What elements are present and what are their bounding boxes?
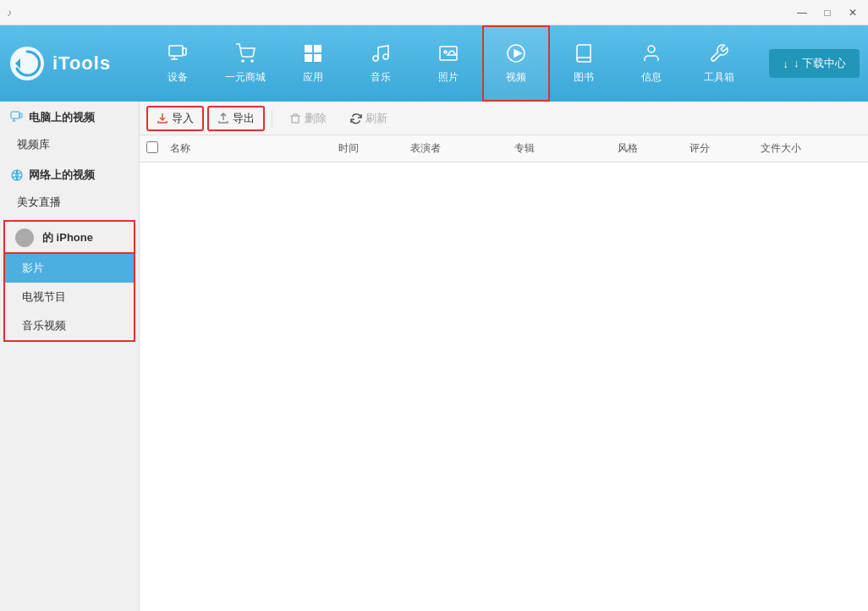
maximize-button[interactable]: □ — [816, 4, 839, 21]
svg-point-18 — [648, 46, 655, 52]
nav-label-apps: 应用 — [303, 70, 323, 85]
tools-icon — [709, 43, 729, 67]
video-icon — [506, 43, 526, 67]
nav-item-apps[interactable]: 应用 — [279, 25, 347, 102]
th-album: 专辑 — [511, 141, 615, 156]
titlebar-note: ♪ — [0, 7, 12, 19]
nav-label-tools: 工具箱 — [704, 70, 734, 85]
svg-rect-11 — [314, 54, 321, 62]
nav-item-tools[interactable]: 工具箱 — [685, 25, 753, 102]
minimize-button[interactable]: — — [790, 4, 814, 21]
sidebar-pc-section: 电脑上的视频 — [0, 102, 139, 130]
info-icon — [641, 43, 662, 67]
export-button[interactable]: 导出 — [207, 106, 265, 131]
nav-label-device: 设备 — [168, 70, 188, 85]
svg-point-6 — [242, 60, 244, 62]
th-rating: 评分 — [686, 141, 758, 156]
svg-rect-19 — [11, 112, 19, 118]
nav-item-device[interactable]: 设备 — [144, 25, 212, 102]
device-icon — [168, 43, 188, 67]
import-button[interactable]: 导入 — [146, 106, 204, 131]
nav-label-shop: 一元商城 — [225, 70, 266, 85]
th-time: 时间 — [335, 141, 407, 156]
separator — [272, 110, 272, 127]
header: iTools 设备 一元商城 应用 音乐 — [0, 25, 868, 102]
device-avatar — [15, 228, 34, 247]
select-all-checkbox[interactable] — [146, 141, 158, 153]
svg-rect-20 — [19, 113, 22, 118]
close-button[interactable]: ✕ — [841, 4, 865, 21]
th-genre: 风格 — [614, 141, 686, 156]
sidebar-item-video-library[interactable]: 视频库 — [0, 130, 139, 159]
svg-rect-3 — [183, 48, 186, 55]
content: 导入 导出 删除 刷新 名称 时间 表演者 专辑 — [140, 102, 868, 611]
photos-icon — [438, 43, 459, 67]
svg-rect-9 — [314, 45, 321, 52]
titlebar: ♪ — □ ✕ — [0, 0, 868, 25]
th-artist: 表演者 — [407, 141, 511, 156]
shop-icon — [235, 43, 255, 67]
nav-item-video[interactable]: 视频 — [482, 25, 550, 102]
logo-text: iTools — [52, 52, 111, 74]
sidebar-device-header: 的 iPhone — [3, 220, 135, 254]
sidebar: 电脑上的视频 视频库 网络上的视频 美女直播 的 iPhone 影片 电视节目 … — [0, 102, 140, 611]
nav-label-info: 信息 — [641, 70, 662, 85]
logo: iTools — [8, 45, 144, 82]
table-body — [140, 162, 868, 611]
pc-section-label: 电脑上的视频 — [29, 110, 95, 125]
pc-icon — [10, 111, 24, 124]
th-name: 名称 — [167, 141, 335, 156]
books-icon — [574, 43, 594, 67]
logo-icon — [8, 45, 46, 82]
nav-item-info[interactable]: 信息 — [618, 25, 685, 102]
apps-icon — [303, 43, 323, 67]
svg-rect-10 — [305, 54, 312, 62]
import-label: 导入 — [172, 111, 194, 126]
th-checkbox[interactable] — [146, 141, 167, 156]
sidebar-device-items: 影片 电视节目 音乐视频 — [3, 254, 135, 342]
nav-items: 设备 一元商城 应用 音乐 照片 — [144, 25, 769, 102]
main: 电脑上的视频 视频库 网络上的视频 美女直播 的 iPhone 影片 电视节目 … — [0, 102, 868, 611]
delete-icon — [289, 113, 301, 124]
nav-item-shop[interactable]: 一元商城 — [212, 25, 279, 102]
nav-item-music[interactable]: 音乐 — [347, 25, 415, 102]
nav-label-music: 音乐 — [371, 70, 391, 85]
sidebar-item-tv[interactable]: 电视节目 — [5, 283, 134, 311]
nav-item-photos[interactable]: 照片 — [415, 25, 482, 102]
nav-label-video: 视频 — [506, 70, 526, 85]
svg-point-15 — [444, 51, 447, 53]
nav-item-books[interactable]: 图书 — [550, 25, 618, 102]
download-button[interactable]: ↓ ↓ 下载中心 — [769, 49, 860, 78]
device-label: 的 iPhone — [42, 230, 93, 245]
sidebar-item-movies[interactable]: 影片 — [5, 254, 134, 283]
import-icon — [157, 113, 168, 124]
titlebar-controls: — □ ✕ — [790, 4, 865, 21]
svg-rect-8 — [305, 45, 312, 52]
music-icon — [371, 43, 391, 67]
table-header: 名称 时间 表演者 专辑 风格 评分 文件大小 — [140, 135, 868, 162]
refresh-label: 刷新 — [365, 111, 387, 126]
svg-point-7 — [251, 60, 253, 62]
svg-point-13 — [383, 54, 388, 59]
export-label: 导出 — [233, 111, 255, 126]
network-icon — [10, 168, 24, 182]
svg-marker-17 — [514, 50, 521, 57]
action-bar: 导入 导出 删除 刷新 — [140, 102, 868, 135]
refresh-icon — [350, 113, 362, 124]
network-section-label: 网络上的视频 — [29, 168, 95, 183]
sidebar-item-live[interactable]: 美女直播 — [0, 188, 139, 217]
refresh-button[interactable]: 刷新 — [340, 106, 398, 131]
delete-button[interactable]: 删除 — [279, 106, 337, 131]
nav-label-photos: 照片 — [438, 70, 459, 85]
download-label: ↓ 下载中心 — [794, 56, 846, 71]
export-icon — [217, 113, 229, 124]
nav-label-books: 图书 — [574, 70, 594, 85]
svg-point-12 — [373, 56, 378, 61]
download-icon: ↓ — [783, 58, 788, 70]
delete-label: 删除 — [305, 111, 327, 126]
sidebar-network-section: 网络上的视频 — [0, 159, 139, 188]
th-size: 文件大小 — [757, 141, 861, 156]
sidebar-item-music-video[interactable]: 音乐视频 — [5, 311, 134, 340]
svg-rect-2 — [169, 46, 183, 56]
